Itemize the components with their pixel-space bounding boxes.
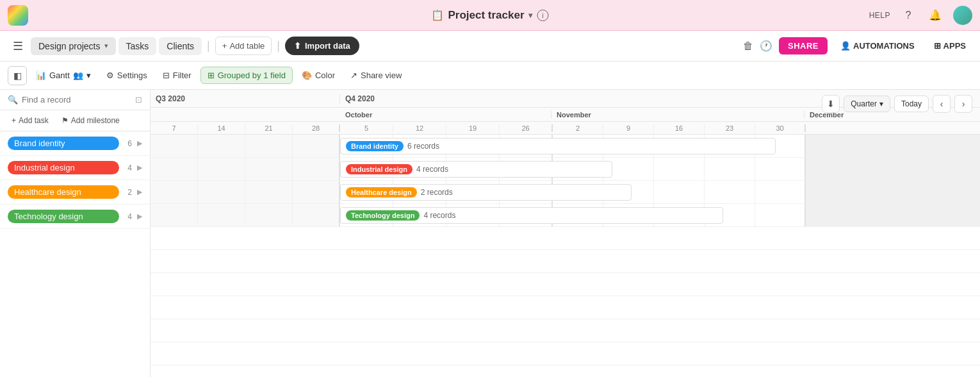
settings-button[interactable]: ⚙ Settings: [100, 67, 154, 83]
help-label: HELP: [869, 11, 890, 20]
bar-records-industrial: 4 records: [416, 165, 448, 174]
automations-button[interactable]: 👤 AUTOMATIONS: [834, 37, 921, 54]
tab-clients[interactable]: Clients: [159, 37, 202, 55]
cell: [198, 181, 245, 203]
tab-tasks[interactable]: Tasks: [118, 37, 157, 55]
project-caret[interactable]: ▾: [528, 11, 532, 20]
share-view-button[interactable]: ↗ Share view: [344, 67, 408, 83]
gantt-row-brand: Brand identity 6 records: [151, 135, 980, 158]
apps-label: APPS: [943, 41, 966, 51]
download-button[interactable]: ⬇: [822, 95, 840, 113]
quarter-label: Quarter: [851, 99, 877, 108]
color-button[interactable]: 🎨 Color: [295, 67, 341, 83]
cell: [245, 181, 293, 203]
cell: [806, 158, 980, 180]
share-button[interactable]: SHARE: [779, 37, 828, 54]
cell: [151, 204, 198, 226]
info-icon[interactable]: i: [537, 10, 549, 21]
group-label-technology: Technology design: [8, 210, 119, 223]
tab-separator: |: [207, 39, 210, 53]
cell: [755, 204, 806, 226]
day-7: 7: [151, 124, 198, 132]
group-rows: Brand identity 6 ▶ Industrial design 4 ▶…: [0, 131, 150, 377]
group-label-healthcare: Healthcare design: [8, 185, 119, 199]
day-21: 21: [245, 124, 293, 132]
gantt-row-healthcare: Healthcare design 2 records: [151, 181, 980, 204]
group-row-industrial[interactable]: Industrial design 4 ▶: [0, 156, 150, 180]
color-label: Color: [315, 71, 335, 80]
top-bar-right: HELP ? 🔔: [869, 6, 972, 25]
group-row-brand[interactable]: Brand identity 6 ▶: [0, 131, 150, 156]
add-table-button[interactable]: + Add table: [215, 37, 272, 55]
help-icon[interactable]: ?: [899, 6, 917, 24]
cell: [755, 158, 806, 180]
cell: [151, 158, 198, 180]
gantt-bar-industrial[interactable]: Industrial design 4 records: [340, 161, 612, 178]
automations-label: AUTOMATIONS: [853, 41, 915, 51]
cell: [654, 181, 705, 203]
filter-button[interactable]: ⊟ Filter: [156, 67, 198, 83]
history-icon[interactable]: 🕐: [760, 40, 772, 52]
notification-icon[interactable]: 🔔: [926, 6, 944, 24]
cell: [705, 158, 755, 180]
trash-icon[interactable]: 🗑: [743, 40, 753, 52]
hamburger-icon[interactable]: ☰: [8, 37, 28, 56]
bar-tag-industrial: Industrial design: [346, 164, 412, 174]
add-task-button[interactable]: + Add task: [8, 114, 53, 127]
group-row-healthcare[interactable]: Healthcare design 2 ▶: [0, 180, 150, 205]
sidebar-toggle-button[interactable]: ◧: [8, 66, 27, 85]
expand-icon[interactable]: ⊡: [135, 95, 142, 105]
quarter-selector[interactable]: Quarter ▾: [844, 96, 890, 112]
grouped-button[interactable]: ⊞ Grouped by 1 field: [200, 67, 293, 84]
group-arrow-healthcare: ▶: [137, 188, 142, 196]
add-task-icon: +: [12, 116, 16, 125]
gantt-view-icon: 📊: [36, 71, 46, 80]
group-row-technology[interactable]: Technology design 4 ▶: [0, 205, 150, 229]
gantt-bar-healthcare[interactable]: Healthcare design 2 records: [340, 184, 632, 201]
gantt-view-label: Gantt: [49, 71, 70, 80]
sidebar-toggle-icon: ◧: [13, 71, 22, 81]
tab-design-projects[interactable]: Design projects ▾: [31, 37, 116, 55]
top-bar-center: 📋 Project tracker ▾ i: [431, 9, 548, 22]
find-record-input[interactable]: [22, 95, 131, 105]
main-content: 🔍 ⊡ + Add task ⚑ Add milestone Brand ide…: [0, 90, 980, 377]
cell: [293, 204, 340, 226]
gantt-bar-technology[interactable]: Technology design 4 records: [340, 207, 723, 224]
bar-records-healthcare: 2 records: [421, 188, 453, 197]
gantt-row-empty-3: [151, 273, 980, 296]
color-icon: 🎨: [302, 71, 312, 80]
bar-tag-brand: Brand identity: [346, 141, 404, 151]
cell: [198, 135, 245, 157]
today-button[interactable]: Today: [894, 96, 929, 112]
gantt-view-button[interactable]: 📊 Gantt 👥 ▾: [29, 67, 97, 83]
day-5: 5: [340, 124, 393, 132]
day-nov-9: 9: [603, 124, 654, 132]
import-icon: ⬆: [294, 41, 301, 51]
cell: [293, 158, 340, 180]
day-12: 12: [393, 124, 446, 132]
group-arrow-technology: ▶: [137, 212, 142, 221]
add-milestone-icon: ⚑: [61, 116, 69, 125]
group-count-technology: 4: [124, 212, 132, 221]
cell: [245, 204, 293, 226]
gantt-row-empty-5: [151, 319, 980, 342]
prev-button[interactable]: ‹: [933, 95, 951, 113]
cell: [806, 181, 980, 203]
gantt-row-empty-2: [151, 250, 980, 273]
second-bar: ☰ Design projects ▾ Tasks Clients | + Ad…: [0, 31, 980, 62]
import-data-button[interactable]: ⬆ Import data: [285, 37, 359, 55]
tab-tasks-label: Tasks: [126, 41, 149, 51]
group-arrow-industrial: ▶: [137, 163, 142, 172]
add-table-icon: +: [222, 41, 227, 51]
gantt-bar-brand[interactable]: Brand identity 6 records: [340, 138, 776, 155]
cell: [293, 135, 340, 157]
settings-label: Settings: [117, 71, 147, 80]
apps-button[interactable]: ⊞ APPS: [927, 37, 972, 54]
add-milestone-button[interactable]: ⚑ Add milestone: [58, 114, 124, 127]
gantt-grid: Brand identity 6 records: [151, 135, 980, 377]
bar-records-technology: 4 records: [423, 211, 455, 220]
day-19: 19: [446, 124, 500, 132]
next-button[interactable]: ›: [954, 95, 972, 113]
avatar[interactable]: [953, 6, 972, 25]
gantt-row-empty-4: [151, 296, 980, 319]
